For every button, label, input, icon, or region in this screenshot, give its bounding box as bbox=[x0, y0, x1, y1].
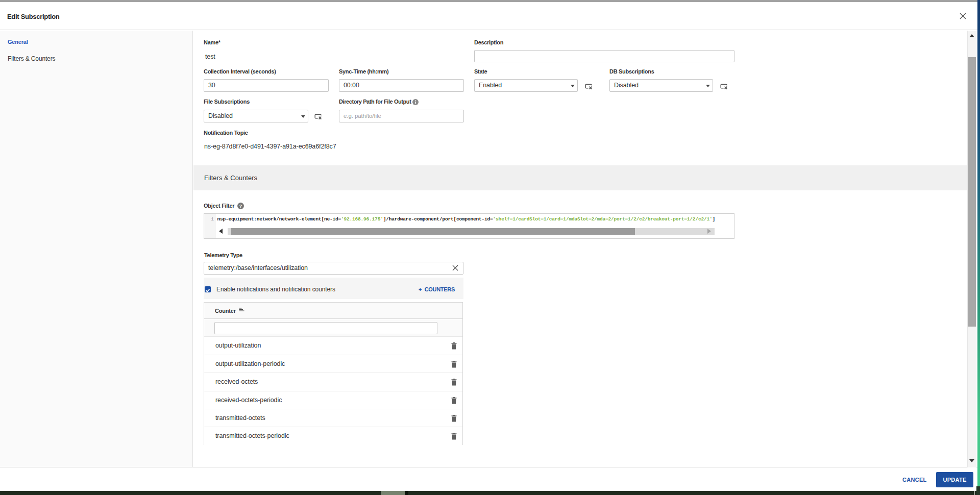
svg-text:?: ? bbox=[239, 203, 242, 208]
